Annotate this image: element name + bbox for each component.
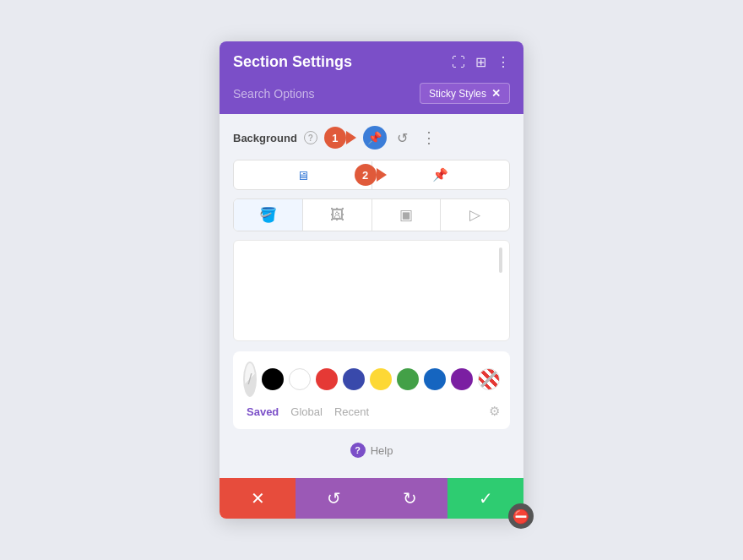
more-options-button[interactable]: ⋮ [418, 127, 441, 149]
floating-icon-glyph: ⛔ [513, 508, 529, 525]
device-tab-sticky[interactable]: 📌 [372, 160, 510, 189]
video-tab-icon: ▷ [469, 206, 480, 224]
gradient-tab-icon: ▣ [399, 206, 413, 224]
annotation-2-badge: 2 [355, 164, 377, 186]
swatch-white[interactable] [289, 368, 311, 390]
swatch-dark-blue[interactable] [424, 368, 446, 390]
swatch-purple[interactable] [451, 368, 473, 390]
header-icons: ⛶ ⊞ ⋮ [452, 54, 510, 70]
more-icon[interactable]: ⋮ [496, 54, 510, 70]
device-tab-desktop[interactable]: 🖥 2 [234, 161, 372, 189]
color-tab-global[interactable]: Global [290, 405, 323, 418]
background-label: Background [233, 132, 297, 144]
sticky-styles-badge[interactable]: Sticky Styles ✕ [420, 83, 510, 104]
bg-type-gradient[interactable]: ▣ [372, 199, 442, 231]
color-tab-saved[interactable]: Saved [247, 405, 279, 418]
image-tab-icon: 🖼 [330, 207, 344, 224]
panel-title: Section Settings [233, 53, 352, 71]
bg-type-video[interactable]: ▷ [441, 199, 509, 231]
sticky-pin-icon: 📌 [432, 167, 448, 182]
annotation-1-badge: 1 [324, 127, 346, 149]
expand-icon[interactable]: ⛶ [452, 55, 465, 70]
desktop-icon: 🖥 [296, 168, 309, 182]
no-color-icon: / [247, 371, 252, 389]
main-color-picker[interactable]: / [243, 362, 257, 397]
color-section: / [233, 351, 510, 429]
pin-icon: 📌 [367, 131, 382, 144]
color-tab-icon: 🪣 [259, 206, 277, 224]
floating-icon[interactable]: ⛔ [508, 503, 534, 529]
swatch-yellow[interactable] [370, 368, 392, 390]
swatch-indigo[interactable] [343, 368, 365, 390]
annotation-2-arrow [377, 168, 387, 182]
bg-type-image[interactable]: 🖼 [303, 199, 372, 231]
annotation-1: 1 [324, 127, 356, 149]
scroll-indicator [499, 247, 502, 273]
bg-type-tabs: 🪣 🖼 ▣ ▷ [233, 198, 510, 231]
background-row: Background ? 1 📌 ↺ ⋮ [233, 126, 510, 150]
action-bar: ✕ ↺ ↻ ✓ [220, 478, 523, 519]
color-tabs-row: Saved Global Recent ⚙ [243, 404, 500, 419]
annotation-2: 2 [355, 164, 387, 186]
color-tab-recent[interactable]: Recent [334, 405, 369, 418]
cancel-button[interactable]: ✕ [220, 478, 296, 519]
reset-button[interactable]: ↺ [393, 128, 411, 148]
sticky-close-icon[interactable]: ✕ [491, 87, 501, 100]
panel-content: Background ? 1 📌 ↺ ⋮ 🖥 [220, 114, 523, 478]
help-label: Help [371, 444, 393, 457]
pin-button[interactable]: 📌 [363, 126, 387, 150]
device-tabs: 🖥 2 📌 [233, 160, 510, 190]
columns-icon[interactable]: ⊞ [475, 54, 486, 70]
background-help-icon[interactable]: ? [304, 131, 317, 144]
help-row[interactable]: ? Help [233, 436, 510, 465]
swatch-black[interactable] [262, 368, 284, 390]
sticky-styles-label: Sticky Styles [429, 88, 486, 100]
search-bar: Sticky Styles ✕ [220, 83, 523, 114]
panel-header: Section Settings ⛶ ⊞ ⋮ [220, 41, 523, 83]
search-input[interactable] [233, 87, 420, 101]
help-circle-icon: ? [350, 443, 366, 458]
swatch-multicolor[interactable] [478, 368, 500, 390]
annotation-1-arrow [346, 131, 356, 144]
color-picker-row: / [243, 362, 500, 397]
redo-button[interactable]: ↻ [372, 478, 447, 519]
bg-type-color[interactable]: 🪣 [234, 199, 303, 231]
bg-preview-area [233, 240, 510, 341]
swatch-green[interactable] [397, 368, 419, 390]
section-settings-panel: Section Settings ⛶ ⊞ ⋮ Sticky Styles ✕ B… [220, 41, 523, 519]
undo-button[interactable]: ↺ [296, 478, 372, 519]
color-settings-icon[interactable]: ⚙ [489, 404, 500, 419]
swatch-red[interactable] [316, 368, 338, 390]
